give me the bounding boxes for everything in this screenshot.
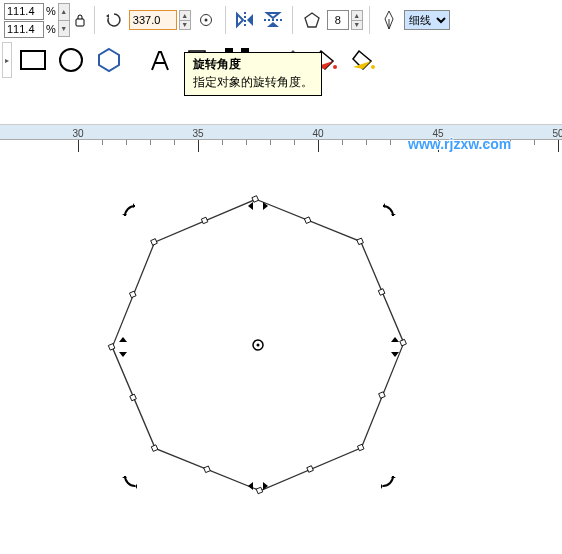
property-bar: % % ▲▼ ▲▼ ▲▼ 细线 <box>0 0 562 40</box>
mirror-horizontal-button[interactable] <box>232 7 258 33</box>
skew-handle-top[interactable] <box>248 201 268 211</box>
svg-rect-0 <box>76 19 84 26</box>
percent-label: % <box>46 23 56 35</box>
pen-outline-icon[interactable] <box>376 7 402 33</box>
svg-marker-7 <box>99 49 119 71</box>
scale-group: % % <box>4 3 56 38</box>
separator <box>94 6 95 34</box>
drawing-canvas[interactable] <box>0 115 562 554</box>
svg-rect-21 <box>357 238 364 245</box>
polygon-hex-tool-icon[interactable] <box>92 43 126 77</box>
skew-handle-left[interactable] <box>118 337 128 357</box>
ellipse-tool-icon[interactable] <box>54 43 88 77</box>
rotation-tooltip: 旋转角度 指定对象的旋转角度。 <box>184 52 322 96</box>
skew-handle-bottom[interactable] <box>248 481 268 491</box>
svg-point-2 <box>204 19 207 22</box>
rotate-handle-tl[interactable] <box>122 203 138 219</box>
tooltip-title: 旋转角度 <box>193 56 313 73</box>
separator <box>292 6 293 34</box>
svg-point-17 <box>333 65 337 69</box>
svg-rect-31 <box>307 466 314 473</box>
rotation-spinner[interactable]: ▲▼ <box>179 10 191 30</box>
outline-width-select[interactable]: 细线 <box>404 10 450 30</box>
tooltip-body: 指定对象的旋转角度。 <box>193 74 313 91</box>
rectangle-tool-icon[interactable] <box>16 43 50 77</box>
skew-handle-right[interactable] <box>390 337 400 357</box>
svg-rect-22 <box>400 339 407 346</box>
svg-rect-5 <box>21 51 45 69</box>
svg-rect-25 <box>151 445 158 452</box>
svg-rect-33 <box>130 394 137 401</box>
svg-marker-3 <box>305 13 319 27</box>
svg-rect-27 <box>151 239 158 246</box>
lock-ratio-button[interactable] <box>72 10 88 30</box>
polygon-tool-icon[interactable] <box>299 7 325 33</box>
scale-spinner[interactable]: ▲▼ <box>58 3 70 37</box>
svg-point-6 <box>60 49 82 71</box>
svg-rect-28 <box>304 217 311 224</box>
rotate-center-icon[interactable] <box>193 7 219 33</box>
selected-octagon[interactable] <box>0 115 562 554</box>
rotate-ccw-icon[interactable] <box>101 7 127 33</box>
sides-spinner[interactable]: ▲▼ <box>351 10 363 30</box>
rotate-handle-tr[interactable] <box>380 203 396 219</box>
scale-y-input[interactable] <box>4 21 44 38</box>
rotate-handle-bl[interactable] <box>122 473 138 489</box>
flyout-arrow[interactable]: ▸ <box>2 42 12 78</box>
mirror-vertical-button[interactable] <box>260 7 286 33</box>
polygon-sides-input[interactable] <box>327 10 349 30</box>
scale-x-input[interactable] <box>4 3 44 20</box>
rotate-handle-br[interactable] <box>380 473 396 489</box>
text-tool-icon[interactable] <box>144 43 178 77</box>
svg-rect-32 <box>204 466 211 473</box>
separator <box>369 6 370 34</box>
svg-point-18 <box>371 65 375 69</box>
percent-label: % <box>46 5 56 17</box>
rotation-angle-input[interactable] <box>129 10 177 30</box>
separator <box>225 6 226 34</box>
svg-rect-35 <box>201 217 208 224</box>
outline-fill-tool-icon[interactable] <box>346 43 380 77</box>
svg-point-37 <box>257 344 260 347</box>
svg-rect-29 <box>378 289 385 296</box>
